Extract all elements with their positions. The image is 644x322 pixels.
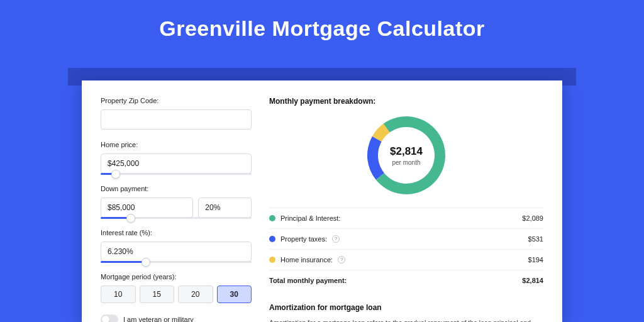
period-option-30[interactable]: 30	[217, 286, 252, 303]
down-payment-pct-input[interactable]	[198, 197, 252, 218]
home-price-slider-thumb[interactable]	[111, 170, 120, 179]
down-payment-label: Down payment:	[101, 185, 252, 192]
period-group: 10 15 20 30	[101, 286, 252, 303]
veteran-label: I am veteran or military	[123, 316, 194, 322]
donut-wrap: $2,814 per month	[269, 114, 543, 196]
period-option-15[interactable]: 15	[140, 286, 175, 303]
down-payment-input[interactable]	[101, 197, 193, 218]
legend-value: $194	[528, 256, 543, 264]
donut-center: $2,814 per month	[378, 127, 435, 184]
home-price-group: Home price:	[101, 141, 252, 174]
legend-color-dot	[269, 215, 275, 221]
rate-slider[interactable]	[101, 261, 252, 263]
calculator-card: Property Zip Code: Home price: Down paym…	[82, 80, 562, 322]
page-title: Greenville Mortgage Calculator	[0, 0, 644, 55]
legend-row: Home insurance:?$194	[269, 249, 543, 270]
breakdown-title: Monthly payment breakdown:	[269, 97, 543, 106]
rate-group: Interest rate (%):	[101, 229, 252, 262]
veteran-row: I am veteran or military	[101, 314, 252, 322]
veteran-toggle-knob	[102, 316, 109, 322]
breakdown-column: Monthly payment breakdown: $2,814 per mo…	[269, 97, 543, 322]
veteran-toggle[interactable]	[101, 314, 118, 322]
rate-slider-thumb[interactable]	[142, 258, 150, 267]
legend-value: $2,089	[522, 214, 543, 222]
legend-color-dot	[269, 236, 275, 242]
amort-text: Amortization for a mortgage loan refers …	[269, 318, 543, 322]
home-price-label: Home price:	[101, 141, 252, 148]
rate-slider-fill	[101, 261, 146, 263]
legend-row: Property taxes:?$531	[269, 228, 543, 249]
donut-amount: $2,814	[390, 145, 423, 158]
legend-label: Property taxes:	[280, 235, 327, 243]
home-price-input[interactable]	[101, 153, 252, 174]
zip-label: Property Zip Code:	[101, 97, 252, 104]
form-column: Property Zip Code: Home price: Down paym…	[101, 97, 252, 322]
legend-label: Principal & Interest:	[280, 214, 340, 222]
legend-color-dot	[269, 257, 275, 263]
legend-row: Principal & Interest:$2,089	[269, 208, 543, 228]
help-icon[interactable]: ?	[332, 235, 340, 243]
legend-total-label: Total monthly payment:	[269, 277, 347, 284]
help-icon[interactable]: ?	[338, 256, 345, 264]
period-group-wrap: Mortgage period (years): 10 15 20 30	[101, 273, 252, 303]
period-option-10[interactable]: 10	[101, 286, 136, 303]
amort-title: Amortization for mortgage loan	[269, 303, 543, 312]
down-payment-slider[interactable]	[101, 217, 252, 219]
rate-input[interactable]	[101, 242, 252, 262]
legend-value: $531	[528, 235, 543, 243]
legend-rows: Principal & Interest:$2,089Property taxe…	[269, 208, 543, 270]
donut-chart: $2,814 per month	[365, 114, 447, 196]
period-label: Mortgage period (years):	[101, 273, 252, 280]
home-price-slider[interactable]	[101, 173, 252, 175]
donut-sub: per month	[392, 159, 420, 166]
period-option-20[interactable]: 20	[178, 286, 213, 303]
divider	[269, 291, 543, 299]
down-payment-slider-thumb[interactable]	[126, 214, 135, 223]
legend-total-row: Total monthly payment: $2,814	[269, 270, 543, 291]
zip-group: Property Zip Code:	[101, 97, 252, 130]
zip-input[interactable]	[101, 109, 252, 130]
down-payment-group: Down payment:	[101, 185, 252, 218]
legend-total-value: $2,814	[522, 277, 543, 284]
rate-label: Interest rate (%):	[101, 229, 252, 236]
legend-label: Home insurance:	[280, 256, 333, 264]
